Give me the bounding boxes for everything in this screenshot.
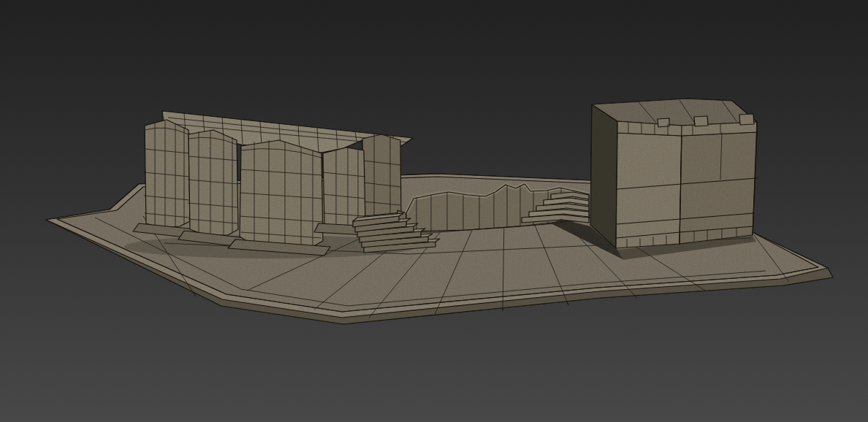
stone-block[interactable] (551, 99, 757, 260)
3d-viewport[interactable] (0, 0, 868, 422)
block-brick-notch-2 (694, 116, 708, 126)
scene-svg (0, 0, 868, 422)
column-e (362, 134, 401, 221)
block-front-left-face (616, 133, 682, 248)
ruins-model (46, 99, 833, 324)
block-brick-notch-3 (739, 114, 754, 125)
block-left-face (590, 104, 617, 248)
column-c (228, 140, 330, 256)
